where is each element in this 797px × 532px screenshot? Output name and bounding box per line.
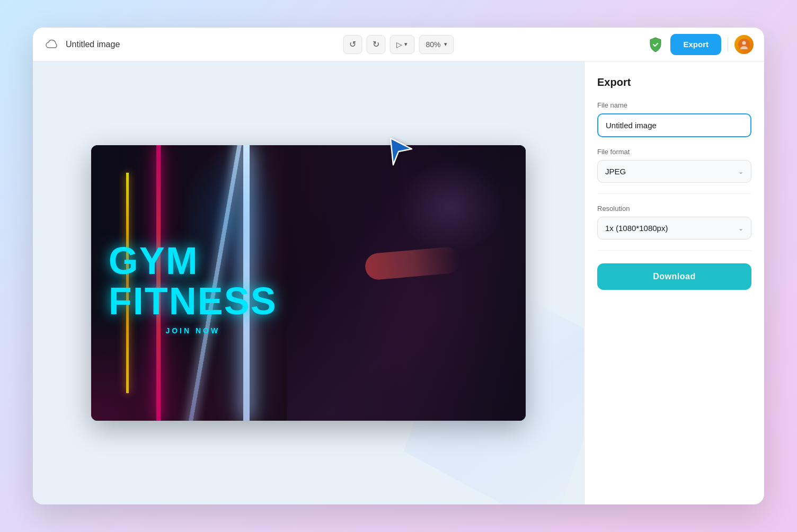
resolution-value: 1x (1080*1080px) — [605, 224, 668, 233]
export-button[interactable]: Export — [670, 34, 721, 55]
person-overlay — [287, 145, 526, 421]
app-window: Untitled image ↺ ↻ ▷ ▾ 80% ▾ — [33, 28, 764, 504]
topbar: Untitled image ↺ ↻ ▷ ▾ 80% ▾ — [33, 28, 764, 61]
file-format-label: File format — [597, 148, 751, 156]
topbar-right: Export — [647, 34, 754, 55]
section-divider-1 — [597, 193, 751, 194]
svg-point-1 — [742, 41, 746, 45]
play-chevron-icon: ▾ — [404, 41, 408, 48]
topbar-left: Untitled image — [43, 36, 641, 53]
resolution-label: Resolution — [597, 205, 751, 212]
file-format-value: JPEG — [605, 167, 626, 176]
undo-button[interactable]: ↺ — [343, 35, 362, 54]
canvas-frame[interactable]: GYM FITNESS JOIN NOW — [91, 145, 526, 421]
resolution-select-wrapper: 1x (1080*1080px) ⌄ — [597, 217, 751, 240]
main-content: GYM FITNESS JOIN NOW Export File name Fi… — [33, 61, 764, 504]
zoom-control[interactable]: 80% ▾ — [419, 35, 454, 54]
document-title: Untitled image — [66, 40, 120, 49]
gym-text-container: GYM FITNESS JOIN NOW — [109, 242, 277, 335]
file-format-chevron-icon: ⌄ — [738, 168, 743, 175]
download-button[interactable]: Download — [597, 263, 751, 290]
topbar-center: ↺ ↻ ▷ ▾ 80% ▾ — [343, 35, 454, 54]
export-panel: Export File name File format JPEG ⌄ Reso… — [584, 61, 764, 504]
file-name-input[interactable] — [597, 113, 751, 137]
play-icon: ▷ — [396, 40, 402, 49]
redo-button[interactable]: ↻ — [366, 35, 385, 54]
file-format-select-wrapper: JPEG ⌄ — [597, 160, 751, 183]
avatar[interactable] — [734, 35, 754, 54]
section-divider-2 — [597, 250, 751, 251]
gym-text-line2: FITNESS — [109, 282, 277, 320]
panel-title: Export — [597, 76, 751, 88]
resolution-chevron-icon: ⌄ — [738, 225, 743, 232]
canvas-area[interactable]: GYM FITNESS JOIN NOW — [33, 61, 584, 504]
file-format-select[interactable]: JPEG ⌄ — [597, 160, 751, 183]
join-now-text: JOIN NOW — [109, 326, 277, 335]
resolution-select[interactable]: 1x (1080*1080px) ⌄ — [597, 217, 751, 240]
cloud-icon — [43, 36, 60, 53]
file-name-label: File name — [597, 101, 751, 109]
gym-text-line1: GYM — [109, 242, 277, 280]
zoom-chevron-icon: ▾ — [444, 41, 447, 48]
play-button[interactable]: ▷ ▾ — [389, 35, 414, 54]
zoom-level: 80% — [426, 40, 440, 49]
canvas-image: GYM FITNESS JOIN NOW — [91, 145, 526, 421]
divider — [728, 37, 728, 52]
shield-icon — [647, 36, 664, 53]
